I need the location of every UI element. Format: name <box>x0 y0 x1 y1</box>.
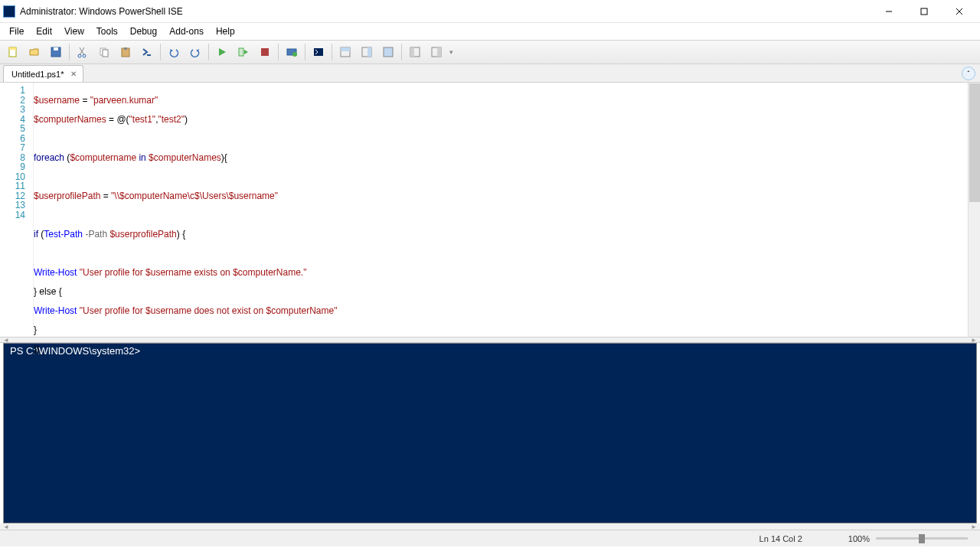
clear-button[interactable] <box>137 42 157 62</box>
maximize-icon <box>920 8 928 15</box>
zoom-slider[interactable] <box>876 537 968 540</box>
line-number-gutter: 1 2 3 4 5 6 7 8 9 10 11 12 13 14 <box>0 83 34 337</box>
line-number: 13 <box>0 201 25 210</box>
pane-max-icon <box>382 46 394 58</box>
svg-rect-28 <box>410 47 414 57</box>
copy-icon <box>98 46 110 58</box>
chevron-up-icon: ˆ <box>968 70 970 77</box>
toolbar-separator <box>69 44 70 60</box>
menu-bar: File Edit View Tools Debug Add-ons Help <box>0 23 980 40</box>
svg-rect-18 <box>261 48 269 56</box>
svg-rect-15 <box>124 47 127 50</box>
toolbar-separator <box>305 44 305 60</box>
maximize-button[interactable] <box>906 0 942 23</box>
close-button[interactable] <box>942 0 977 23</box>
menu-addons[interactable]: Add-ons <box>163 24 210 38</box>
svg-rect-23 <box>341 47 350 51</box>
cursor-position: Ln 14 Col 2 <box>760 534 802 543</box>
new-file-icon <box>7 46 19 58</box>
window-controls <box>871 0 977 23</box>
menu-help[interactable]: Help <box>210 24 241 38</box>
svg-rect-25 <box>368 47 371 57</box>
copy-button[interactable] <box>94 42 114 62</box>
svg-rect-13 <box>103 50 108 57</box>
show-script-pane-button[interactable] <box>335 42 355 62</box>
open-folder-icon <box>28 46 41 58</box>
save-button[interactable] <box>46 42 66 62</box>
menu-view[interactable]: View <box>58 24 90 38</box>
svg-rect-1 <box>921 8 927 15</box>
play-icon <box>216 46 228 58</box>
stop-button[interactable] <box>255 42 275 62</box>
line-number: 3 <box>0 105 25 115</box>
redo-icon <box>189 46 201 58</box>
close-icon <box>956 8 963 15</box>
cut-icon <box>77 46 89 58</box>
svg-rect-7 <box>54 47 58 51</box>
paste-icon <box>119 46 132 58</box>
menu-tools[interactable]: Tools <box>90 24 124 38</box>
menu-edit[interactable]: Edit <box>30 24 58 38</box>
redo-button[interactable] <box>185 42 205 62</box>
toolbar: ▾ <box>0 40 980 64</box>
save-icon <box>50 46 62 58</box>
undo-icon <box>168 46 180 58</box>
script-editor[interactable]: 1 2 3 4 5 6 7 8 9 10 11 12 13 14 $userna… <box>0 83 980 337</box>
toolbar-separator <box>160 44 161 60</box>
toolbar-separator <box>332 44 332 60</box>
line-number: 5 <box>0 124 25 134</box>
minimize-button[interactable] <box>871 0 906 23</box>
command-addon-icon <box>430 46 443 58</box>
svg-rect-5 <box>9 47 16 50</box>
code-content[interactable]: $username = "parveen.kumar" $computerNam… <box>34 83 968 337</box>
toolbar-separator <box>278 44 279 60</box>
file-tab-label: Untitled1.ps1* <box>11 70 64 79</box>
command-pane-icon <box>409 46 421 58</box>
file-tab-untitled1[interactable]: Untitled1.ps1* ✕ <box>3 65 83 82</box>
start-powershell-button[interactable] <box>309 42 328 62</box>
line-number: 14 <box>0 210 25 220</box>
new-button[interactable] <box>3 42 23 62</box>
minimize-icon <box>885 8 893 15</box>
bottom-splitter: ◄ ► <box>0 523 980 530</box>
toolbar-separator <box>208 44 209 60</box>
scrollbar-thumb[interactable] <box>969 83 980 202</box>
collapse-script-pane-button[interactable]: ˆ <box>962 67 975 80</box>
editor-tabs: Untitled1.ps1* ✕ ˆ <box>0 64 980 83</box>
app-icon <box>3 5 15 18</box>
new-remote-button[interactable] <box>282 42 302 62</box>
line-number: 9 <box>0 162 25 172</box>
cut-button[interactable] <box>73 42 93 62</box>
toolbar-overflow-icon[interactable]: ▾ <box>449 48 453 56</box>
powershell-icon <box>312 46 325 58</box>
svg-point-20 <box>292 52 297 57</box>
show-command-addon-button[interactable] <box>426 42 446 62</box>
stop-icon <box>259 46 271 58</box>
svg-rect-26 <box>384 47 393 57</box>
svg-rect-30 <box>437 47 441 57</box>
prompt-icon <box>141 46 153 58</box>
undo-button[interactable] <box>164 42 184 62</box>
run-script-button[interactable] <box>212 42 232 62</box>
paste-button[interactable] <box>116 42 136 62</box>
line-number: 7 <box>0 143 25 153</box>
menu-debug[interactable]: Debug <box>124 24 163 38</box>
run-selection-button[interactable] <box>234 42 253 62</box>
status-bar: Ln 14 Col 2 100% <box>0 530 980 546</box>
play-selection-icon <box>237 46 250 58</box>
tab-close-button[interactable]: ✕ <box>69 70 78 78</box>
editor-scrollbar[interactable] <box>968 83 980 337</box>
menu-file[interactable]: File <box>3 24 30 38</box>
pane-right-icon <box>361 46 373 58</box>
line-number: 1 <box>0 86 25 96</box>
window-title: Administrator: Windows PowerShell ISE <box>20 6 871 17</box>
svg-rect-17 <box>239 48 243 56</box>
open-button[interactable] <box>24 42 44 62</box>
remote-icon <box>286 46 298 58</box>
toolbar-separator <box>401 44 402 60</box>
show-script-right-button[interactable] <box>357 42 377 62</box>
svg-rect-21 <box>314 48 323 56</box>
show-script-max-button[interactable] <box>378 42 398 62</box>
show-command-button[interactable] <box>405 42 425 62</box>
title-bar: Administrator: Windows PowerShell ISE <box>0 0 980 23</box>
